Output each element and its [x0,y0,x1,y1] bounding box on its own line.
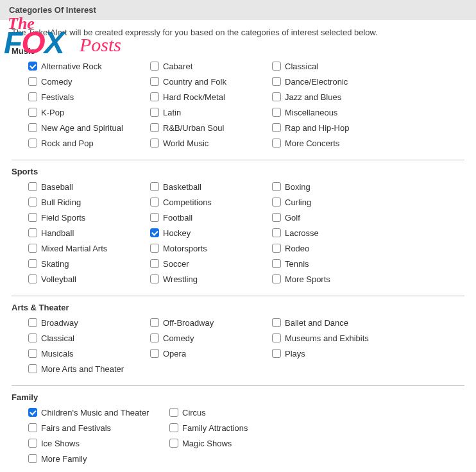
checkbox-label[interactable]: More Arts and Theater [41,364,124,374]
checkbox-label[interactable]: Skating [41,259,69,269]
checkbox-label[interactable]: Fairs and Festivals [41,423,111,433]
checkbox-label[interactable]: New Age and Spiritual [41,123,123,133]
checkbox[interactable] [169,439,178,448]
checkbox-label[interactable]: Volleyball [41,274,76,284]
checkbox[interactable] [169,408,178,417]
checkbox-label[interactable]: Plays [285,349,305,358]
checkbox[interactable] [150,92,159,101]
checkbox[interactable] [28,198,37,206]
checkbox-label[interactable]: Rock and Pop [41,139,94,148]
checkbox[interactable] [28,123,37,132]
checkbox-label[interactable]: World Music [163,139,208,148]
checkbox-label[interactable]: Comedy [163,333,194,343]
checkbox-label[interactable]: Motorsports [163,244,207,253]
checkbox-label[interactable]: Boxing [285,182,310,192]
checkbox[interactable] [28,108,37,117]
checkbox[interactable] [150,259,159,268]
checkbox-label[interactable]: Hockey [163,228,191,238]
checkbox[interactable] [150,108,159,117]
checkbox[interactable] [272,77,281,86]
checkbox[interactable] [28,228,37,237]
checkbox-label[interactable]: K-Pop [41,108,64,117]
checkbox[interactable] [272,92,281,101]
checkbox[interactable] [150,274,159,283]
checkbox[interactable] [272,108,281,117]
checkbox[interactable] [28,408,37,417]
checkbox-label[interactable]: Ballet and Dance [285,318,348,328]
checkbox[interactable] [150,244,159,253]
checkbox[interactable] [150,213,159,222]
checkbox[interactable] [272,139,281,148]
checkbox-label[interactable]: Alternative Rock [41,62,102,71]
checkbox[interactable] [28,364,37,373]
checkbox-label[interactable]: Wrestling [163,274,198,284]
checkbox-label[interactable]: Basketball [163,182,201,192]
checkbox-label[interactable]: Mixed Martial Arts [41,244,107,253]
checkbox-label[interactable]: Ice Shows [41,439,80,448]
checkbox[interactable] [28,454,37,463]
checkbox[interactable] [272,349,281,358]
checkbox[interactable] [28,244,37,253]
checkbox-label[interactable]: Field Sports [41,213,85,223]
checkbox[interactable] [28,213,37,222]
checkbox-label[interactable]: Miscellaneous [285,108,337,117]
checkbox-label[interactable]: Off-Broadway [163,318,214,328]
checkbox[interactable] [272,333,281,342]
checkbox[interactable] [150,62,159,71]
checkbox-label[interactable]: Cabaret [163,62,192,71]
checkbox-label[interactable]: Competitions [163,198,212,207]
checkbox[interactable] [150,182,159,191]
checkbox-label[interactable]: Rodeo [285,244,309,253]
checkbox-label[interactable]: Circus [182,408,206,417]
checkbox[interactable] [28,423,37,432]
checkbox-label[interactable]: Classical [41,333,74,343]
checkbox-label[interactable]: More Family [41,454,87,464]
checkbox[interactable] [272,274,281,283]
checkbox[interactable] [272,198,281,206]
checkbox[interactable] [272,62,281,71]
checkbox-label[interactable]: More Concerts [285,139,339,148]
checkbox[interactable] [150,318,159,327]
checkbox[interactable] [272,228,281,237]
checkbox[interactable] [150,123,159,132]
checkbox-label[interactable]: Curling [285,198,311,207]
checkbox[interactable] [28,349,37,358]
checkbox-label[interactable]: Tennis [285,259,309,269]
checkbox-label[interactable]: Rap and Hip-Hop [285,123,349,133]
checkbox[interactable] [272,123,281,132]
checkbox-label[interactable]: Opera [163,349,186,358]
checkbox-label[interactable]: Baseball [41,182,73,192]
checkbox-label[interactable]: Broadway [41,318,78,328]
checkbox-label[interactable]: Festivals [41,92,74,102]
checkbox[interactable] [272,213,281,222]
checkbox[interactable] [272,182,281,191]
checkbox[interactable] [150,139,159,148]
checkbox[interactable] [28,259,37,268]
checkbox[interactable] [28,274,37,283]
checkbox-label[interactable]: Children's Music and Theater [41,408,149,417]
checkbox[interactable] [28,439,37,448]
checkbox-label[interactable]: Football [163,213,192,223]
checkbox[interactable] [28,77,37,86]
checkbox-label[interactable]: Museums and Exhibits [285,333,369,343]
checkbox-label[interactable]: Bull Riding [41,198,81,207]
checkbox-label[interactable]: Classical [285,62,318,71]
checkbox[interactable] [272,244,281,253]
checkbox-label[interactable]: Country and Folk [163,77,226,87]
checkbox-label[interactable]: Jazz and Blues [285,92,341,102]
checkbox-label[interactable]: Family Attractions [182,423,248,433]
checkbox-label[interactable]: Hard Rock/Metal [163,92,225,102]
checkbox[interactable] [150,198,159,206]
checkbox[interactable] [169,423,178,432]
checkbox-label[interactable]: Musicals [41,349,74,358]
checkbox-label[interactable]: Latin [163,108,181,117]
checkbox[interactable] [28,92,37,101]
checkbox[interactable] [28,318,37,327]
checkbox-label[interactable]: More Sports [285,274,330,284]
checkbox-label[interactable]: R&B/Urban Soul [163,123,224,133]
checkbox[interactable] [28,333,37,342]
checkbox[interactable] [272,318,281,327]
checkbox-label[interactable]: Magic Shows [182,439,232,448]
checkbox[interactable] [28,139,37,148]
checkbox[interactable] [28,62,37,71]
